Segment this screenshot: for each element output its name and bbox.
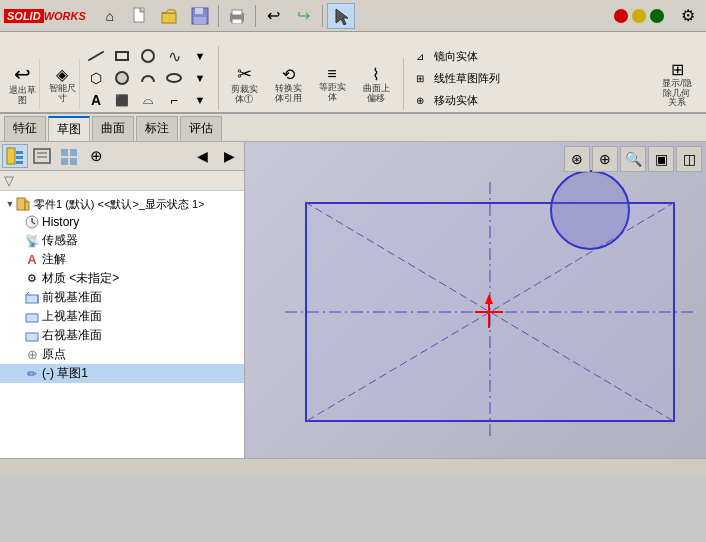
panel-filter: ▽ — [0, 171, 244, 191]
mirror-label[interactable]: 镜向实体 — [434, 49, 478, 64]
tree-annotation[interactable]: A 注解 — [0, 250, 244, 269]
zoom-area-btn[interactable]: 🔍 — [620, 146, 646, 172]
logo-solid: SOLID — [4, 9, 44, 23]
surface-offset-button[interactable]: ⌇ 曲面上偏移 — [355, 58, 397, 110]
more3-tool[interactable]: ▼ — [188, 90, 212, 110]
ribbon-content: ↩ 退出草图 ◈ 智能尺寸 ∿ ▼ ⬡ ▼ A — [0, 32, 706, 112]
tab-evaluate[interactable]: 评估 — [180, 116, 222, 141]
panel-prev-btn[interactable]: ◀ — [189, 144, 215, 168]
ellipse-tool[interactable] — [162, 68, 186, 88]
minimize-circle[interactable] — [632, 9, 646, 23]
tree-front-plane[interactable]: 前视基准面 — [0, 288, 244, 307]
wave-tool[interactable]: ∿ — [162, 46, 186, 66]
open-button[interactable] — [156, 3, 184, 29]
sep2 — [255, 5, 256, 27]
config-manager-btn[interactable] — [56, 144, 82, 168]
rect-tool[interactable] — [110, 46, 134, 66]
transform-row1: ⊿ 镜向实体 — [408, 46, 478, 66]
tree-root[interactable]: ▼ 零件1 (默认) <<默认>_显示状态 1> — [0, 195, 244, 213]
tab-feature[interactable]: 特征 — [4, 116, 46, 141]
svg-rect-2 — [162, 13, 176, 23]
exit-sketch-button[interactable]: ↩ 退出草图 — [4, 58, 40, 110]
far-right-group: ⊞ 显示/隐除几何关系 — [652, 58, 702, 110]
smart-dim-button[interactable]: ◈ 智能尺寸 — [44, 58, 80, 110]
sketch1-icon: ✏ — [24, 366, 40, 382]
dim-expert-btn[interactable]: ⊕ — [83, 144, 109, 168]
view-controls: ⊛ ⊕ 🔍 ▣ ◫ — [564, 146, 702, 172]
array-label[interactable]: 线性草图阵列 — [434, 71, 500, 86]
filter-icon: ▽ — [4, 173, 14, 188]
maximize-circle[interactable] — [650, 9, 664, 23]
show-hide-button[interactable]: ⊞ 显示/隐除几何关系 — [652, 58, 702, 110]
redo-button[interactable]: ↪ — [290, 3, 318, 29]
feature-manager-btn[interactable] — [2, 144, 28, 168]
tree-material[interactable]: ⚙ 材质 <未指定> — [0, 269, 244, 288]
offset-button[interactable]: ≡ 等距实体 — [311, 58, 353, 110]
tree-sketch1[interactable]: ✏ (-) 草图1 — [0, 364, 244, 383]
right-plane-icon — [24, 328, 40, 344]
trim-button[interactable]: ✂ 剪裁实体① — [223, 58, 265, 110]
svg-rect-19 — [70, 149, 77, 156]
svg-rect-18 — [61, 149, 68, 156]
panel-next-btn[interactable]: ▶ — [216, 144, 242, 168]
polygon-tool[interactable]: ⬡ — [84, 68, 108, 88]
workspace: ⊕ ◀ ▶ ▽ ▼ 零件1 (默认) <<默认>_显示状态 1> — [0, 142, 706, 458]
top-plane-label: 上视基准面 — [42, 308, 102, 325]
display-mode-btn[interactable]: ◫ — [676, 146, 702, 172]
arc-tool[interactable] — [136, 68, 160, 88]
svg-rect-6 — [194, 17, 206, 24]
cursor-button[interactable] — [327, 3, 355, 29]
print-button[interactable] — [223, 3, 251, 29]
tree-origin[interactable]: ⊕ 原点 — [0, 345, 244, 364]
more-tool[interactable]: ▼ — [188, 46, 212, 66]
tab-sketch[interactable]: 草图 — [48, 116, 90, 141]
left-panel: ⊕ ◀ ▶ ▽ ▼ 零件1 (默认) <<默认>_显示状态 1> — [0, 142, 245, 458]
transform-row2: ⊞ 线性草图阵列 — [408, 68, 500, 88]
tab-annotation[interactable]: 标注 — [136, 116, 178, 141]
view-orient-btn[interactable]: ⊛ — [564, 146, 590, 172]
more2-tool[interactable]: ▼ — [188, 68, 212, 88]
history-label: History — [42, 215, 79, 229]
undo-button[interactable]: ↩ — [260, 3, 288, 29]
convert-button[interactable]: ⟲ 转换实体引用 — [267, 58, 309, 110]
tree-right-plane[interactable]: 右视基准面 — [0, 326, 244, 345]
text-tool[interactable]: A — [84, 90, 108, 110]
save-button[interactable] — [186, 3, 214, 29]
property-manager-btn[interactable] — [29, 144, 55, 168]
statusbar — [0, 458, 706, 476]
svg-rect-8 — [232, 10, 242, 15]
view-3d-btn[interactable]: ▣ — [648, 146, 674, 172]
slot-tool[interactable]: ⬛ — [110, 90, 134, 110]
panel-toolbar: ⊕ ◀ ▶ — [0, 142, 244, 171]
tree-sensor[interactable]: 📡 传感器 — [0, 231, 244, 250]
svg-rect-31 — [26, 314, 38, 322]
corner-tool[interactable]: ⌐ — [162, 90, 186, 110]
circle-tool[interactable] — [136, 46, 160, 66]
close-circle[interactable] — [614, 9, 628, 23]
material-label: 材质 <未指定> — [42, 270, 119, 287]
front-plane-label: 前视基准面 — [42, 289, 102, 306]
sketch-row2: ⬡ ▼ — [84, 68, 212, 88]
line-tool[interactable] — [84, 46, 108, 66]
circle2-tool[interactable] — [110, 68, 134, 88]
settings-button[interactable]: ⚙ — [674, 3, 702, 29]
mirror-icon: ⊿ — [408, 46, 432, 66]
tree-history[interactable]: History — [0, 213, 244, 231]
sensor-icon: 📡 — [24, 233, 40, 249]
move-label[interactable]: 移动实体 — [434, 93, 478, 108]
sketch-circle — [550, 170, 630, 250]
annotation-icon: A — [24, 252, 40, 268]
tab-surface[interactable]: 曲面 — [92, 116, 134, 141]
svg-rect-28 — [26, 295, 38, 303]
home-button[interactable]: ⌂ — [96, 3, 124, 29]
material-icon: ⚙ — [24, 271, 40, 287]
tree-top-plane[interactable]: 上视基准面 — [0, 307, 244, 326]
zoom-fit-btn[interactable]: ⊕ — [592, 146, 618, 172]
main-viewport[interactable]: ⊛ ⊕ 🔍 ▣ ◫ — [245, 142, 706, 458]
svg-rect-5 — [195, 8, 203, 14]
svg-rect-11 — [7, 148, 15, 164]
parabola-tool[interactable]: ⌓ — [136, 90, 160, 110]
viewport-inner: ⊛ ⊕ 🔍 ▣ ◫ — [245, 142, 706, 458]
new-button[interactable] — [126, 3, 154, 29]
front-plane-icon — [24, 290, 40, 306]
